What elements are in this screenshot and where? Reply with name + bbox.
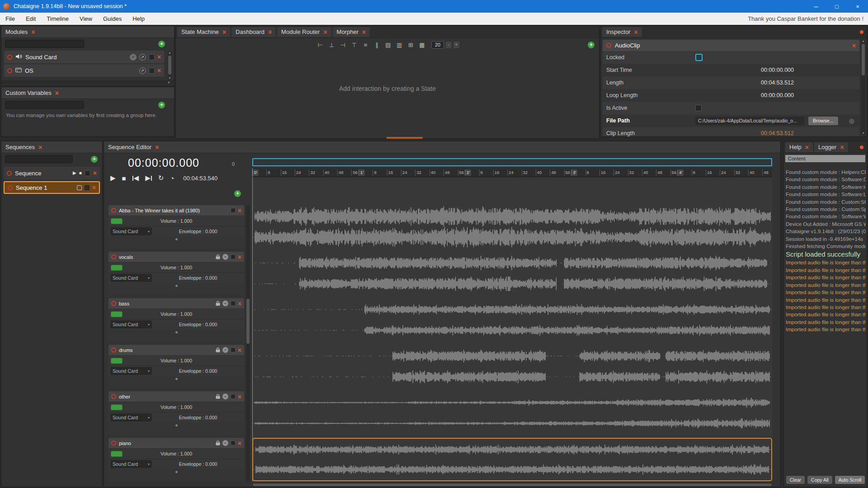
align-left-icon[interactable]: ⊢ <box>316 41 325 50</box>
checkbox[interactable] <box>231 441 236 446</box>
remove-icon[interactable]: − <box>222 394 228 399</box>
checkbox[interactable] <box>85 170 90 176</box>
sequence-item[interactable]: Sequence▶■× <box>4 167 100 179</box>
close-icon[interactable]: × <box>238 300 241 307</box>
tab-module-router[interactable]: Module Router× <box>277 27 331 37</box>
layers-scrollbar[interactable] <box>246 205 250 481</box>
layer-collapse-handle[interactable] <box>108 376 244 381</box>
power-icon[interactable] <box>606 43 611 48</box>
lock-icon[interactable] <box>216 347 220 352</box>
remove-icon[interactable]: − <box>222 254 228 260</box>
play-icon[interactable]: ▶ <box>73 171 76 175</box>
layer-header[interactable]: drums−× <box>108 345 244 355</box>
checkbox[interactable] <box>231 208 236 213</box>
power-icon[interactable] <box>111 254 116 259</box>
remove-icon[interactable]: − <box>222 347 228 353</box>
power-icon[interactable] <box>111 208 116 213</box>
power-icon[interactable] <box>8 185 13 190</box>
module-row[interactable]: Sound Card↗↗× <box>4 51 164 63</box>
cue-button[interactable]: ◔ <box>170 174 174 182</box>
tab-help[interactable]: Help× <box>785 142 813 152</box>
audio-clip-waveform[interactable] <box>252 205 772 249</box>
close-button[interactable]: × <box>847 0 868 13</box>
menu-item-help[interactable]: Help <box>127 13 150 25</box>
checkbox[interactable] <box>231 347 236 352</box>
audio-clip-waveform[interactable] <box>252 298 772 342</box>
layer-collapse-handle[interactable] <box>108 329 244 335</box>
align-bottom-icon[interactable]: ⊥ <box>327 41 336 50</box>
checkbox[interactable] <box>231 394 236 399</box>
menu-item-view[interactable]: View <box>74 13 98 25</box>
find-file-icon[interactable]: ◎ <box>849 117 854 124</box>
scrollbar-thumb[interactable] <box>246 299 250 344</box>
maximize-button[interactable]: □ <box>826 0 847 13</box>
close-icon[interactable]: × <box>31 29 35 35</box>
remove-icon[interactable]: − <box>222 440 228 446</box>
checkbox[interactable] <box>149 54 155 60</box>
scrollbar-thumb[interactable] <box>168 56 171 75</box>
lock-icon[interactable] <box>216 394 220 399</box>
layer-header[interactable]: Abba - The Winner takes it all (1980)× <box>108 205 244 216</box>
close-icon[interactable]: × <box>238 440 241 446</box>
modules-collapse-strip[interactable]: ▼ <box>1 80 174 84</box>
close-icon[interactable]: × <box>362 29 366 35</box>
snap-grid-icon[interactable]: ▦ <box>417 41 427 50</box>
inspector-row-value[interactable]: 00:00:00.000 <box>761 67 794 73</box>
layer-header[interactable]: vocals−× <box>108 252 244 262</box>
audio-clip-waveform[interactable] <box>252 438 772 481</box>
tab-dashboard[interactable]: Dashboard× <box>231 27 276 37</box>
close-icon[interactable]: × <box>852 42 856 49</box>
arrange-columns-icon[interactable]: ▥ <box>395 41 404 50</box>
audio-layer-module[interactable]: vocals−×Volume : 1.000Sound Card▾Envelop… <box>108 252 244 295</box>
inspector-row-value[interactable]: 00:04:53.512 <box>761 80 794 86</box>
module-row[interactable]: OS↗× <box>4 64 164 77</box>
close-icon[interactable]: × <box>38 144 42 150</box>
panel-resize-handle[interactable] <box>387 137 423 139</box>
layer-collapse-handle[interactable] <box>108 283 244 288</box>
scroll-up-icon[interactable]: ▲ <box>861 39 865 43</box>
checkbox[interactable] <box>231 254 236 259</box>
output-dropdown[interactable]: Sound Card▾ <box>110 367 152 375</box>
audio-layer-module[interactable]: bass−×Volume : 1.000Sound Card▾Enveloppe… <box>108 298 244 342</box>
grid-size-decrease-button[interactable]: - <box>446 42 452 48</box>
lock-icon[interactable] <box>216 441 220 446</box>
clear-button[interactable]: Clear <box>786 476 805 484</box>
audio-clip-waveform[interactable] <box>252 345 772 388</box>
state-square-filled-icon[interactable] <box>85 185 90 190</box>
scrollbar-thumb[interactable] <box>862 44 865 75</box>
lock-icon[interactable] <box>216 301 220 306</box>
power-icon[interactable] <box>7 68 12 73</box>
checkbox[interactable] <box>149 68 155 74</box>
stop-button[interactable]: ■ <box>122 174 126 182</box>
audio-layer-module[interactable]: drums−×Volume : 1.000Sound Card▾Envelopp… <box>108 345 244 388</box>
route-icon[interactable]: ↗ <box>139 54 146 61</box>
menu-item-timeline[interactable]: Timeline <box>41 13 74 25</box>
close-icon[interactable]: × <box>55 90 59 96</box>
copy-all-button[interactable]: Copy All <box>807 476 832 484</box>
timeline-horizontal-scrollbar[interactable] <box>252 483 772 487</box>
close-icon[interactable]: × <box>323 29 327 35</box>
close-icon[interactable]: × <box>805 144 809 150</box>
sequence-item[interactable]: Sequence 1× <box>4 181 100 194</box>
grid-size-increase-button[interactable]: + <box>453 42 459 48</box>
close-icon[interactable]: × <box>155 144 159 150</box>
close-icon[interactable]: × <box>92 184 96 191</box>
route-icon[interactable]: ↗ <box>139 67 146 74</box>
power-icon[interactable] <box>7 171 12 176</box>
route-out-icon[interactable]: ↗ <box>130 54 137 61</box>
arrange-rows-icon[interactable]: ▤ <box>383 41 393 50</box>
inspector-row-value[interactable]: 00:04:53.512 <box>761 130 794 136</box>
tab-logger[interactable]: Logger× <box>814 142 848 152</box>
add-state-button[interactable]: + <box>588 42 594 48</box>
add-layer-button[interactable]: + <box>234 190 241 197</box>
state-square-icon[interactable] <box>77 185 82 190</box>
align-right-icon[interactable]: ⊣ <box>338 41 348 50</box>
audio-clip-waveform[interactable] <box>252 391 772 435</box>
minimize-button[interactable]: ─ <box>806 0 826 13</box>
layer-collapse-handle[interactable] <box>108 422 244 428</box>
tab-morpher[interactable]: Morpher× <box>333 27 370 37</box>
audio-layer-module[interactable]: Abba - The Winner takes it all (1980)×Vo… <box>108 205 244 249</box>
auto-scroll-button[interactable]: Auto Scroll <box>835 476 865 484</box>
timeline-ruler[interactable]: 0'81624324048561'81624324048562'81624324… <box>252 168 772 177</box>
modules-filter-input[interactable] <box>5 40 84 48</box>
